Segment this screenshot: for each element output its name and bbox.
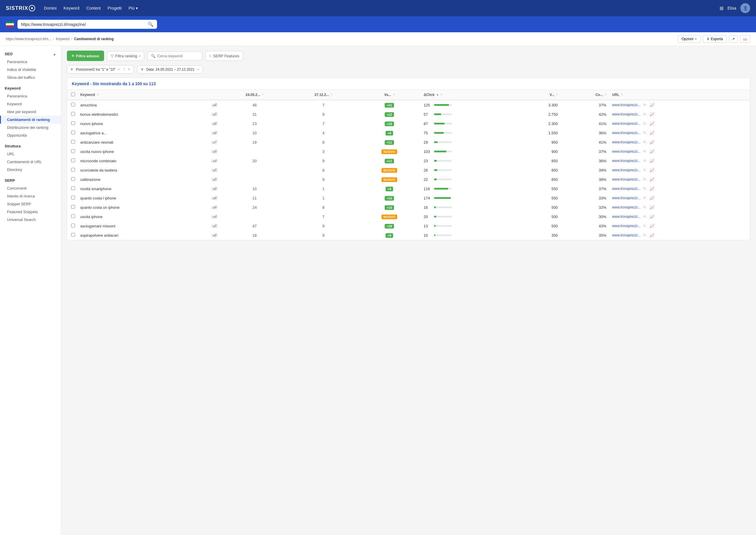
url-search-input[interactable] bbox=[21, 22, 145, 27]
row-checkbox-6[interactable] bbox=[71, 158, 75, 162]
row-url-link-14[interactable]: www.trovaprezzi... bbox=[612, 233, 640, 237]
sidebar-section-header-serp[interactable]: SERP bbox=[0, 176, 61, 184]
search-input-wrap[interactable]: 🔍 bbox=[17, 20, 157, 29]
row-url-link-3[interactable]: www.trovaprezzi... bbox=[612, 131, 640, 135]
row-checkbox-5[interactable] bbox=[71, 149, 75, 153]
sidebar-item-panoramica-kw[interactable]: Panoramica bbox=[0, 92, 61, 100]
row-url-link-6[interactable]: www.trovaprezzi... bbox=[612, 159, 640, 163]
th-click[interactable]: ΔClick ▼ ? bbox=[421, 90, 517, 100]
user-avatar[interactable]: 👤 bbox=[740, 3, 750, 13]
bookmark-button[interactable]: 📖 bbox=[740, 35, 750, 43]
sidebar-item-concorrenti[interactable]: Concorrenti bbox=[0, 184, 61, 192]
row-url-link-0[interactable]: www.trovaprezzi... bbox=[612, 103, 640, 107]
breadcrumb-link-keyword[interactable]: Keyword bbox=[56, 37, 70, 41]
th-date2[interactable]: 27.12.2... ? bbox=[289, 90, 358, 100]
row-url-link-11[interactable]: www.trovaprezzi... bbox=[612, 205, 640, 209]
row-url-link-4[interactable]: www.trovaprezzi... bbox=[612, 140, 640, 144]
row-eye-btn-6[interactable]: 👁 bbox=[642, 159, 647, 163]
row-checkbox-13[interactable] bbox=[71, 224, 75, 227]
row-eye-btn-12[interactable]: 👁 bbox=[642, 214, 647, 219]
row-checkbox-7[interactable] bbox=[71, 168, 75, 172]
th-date1[interactable]: 24.05.2... ? bbox=[220, 90, 289, 100]
ranking-filter-button[interactable]: ▽ Filtra ranking ▾ bbox=[107, 51, 144, 61]
row-eye-btn-5[interactable]: 👁 bbox=[642, 150, 647, 154]
row-url-link-1[interactable]: www.trovaprezzi... bbox=[612, 112, 640, 116]
row-url-link-2[interactable]: www.trovaprezzi... bbox=[612, 122, 640, 126]
row-eye-btn-13[interactable]: 👁 bbox=[642, 224, 647, 228]
row-checkbox-3[interactable] bbox=[71, 130, 75, 134]
row-url-link-13[interactable]: www.trovaprezzi... bbox=[612, 224, 640, 228]
th-url[interactable]: URL ? bbox=[609, 90, 750, 100]
row-url-link-5[interactable]: www.trovaprezzi... bbox=[612, 150, 640, 154]
row-eye-btn-7[interactable]: 👁 bbox=[642, 168, 647, 172]
row-url-link-10[interactable]: www.trovaprezzi... bbox=[612, 196, 640, 200]
sidebar-item-indice-visibilita[interactable]: Indice di Visibilità bbox=[0, 66, 61, 73]
row-chart-btn-1[interactable]: 📈 bbox=[649, 112, 655, 117]
row-checkbox-4[interactable] bbox=[71, 140, 75, 144]
row-chart-btn-2[interactable]: 📈 bbox=[649, 122, 655, 126]
sidebar-section-header-seo[interactable]: SEO ▲ bbox=[0, 49, 61, 58]
row-eye-btn-3[interactable]: 👁 bbox=[642, 131, 647, 135]
row-chart-btn-9[interactable]: 📈 bbox=[649, 187, 655, 191]
row-chart-btn-0[interactable]: 📈 bbox=[649, 103, 655, 107]
row-checkbox-2[interactable] bbox=[71, 121, 75, 125]
row-checkbox-11[interactable] bbox=[71, 205, 75, 209]
row-checkbox-8[interactable] bbox=[71, 177, 75, 181]
breadcrumb-link-root[interactable]: https://www.trovaprezzi.it/m... bbox=[6, 37, 51, 41]
sidebar-item-universal-search[interactable]: Universal Search bbox=[0, 216, 61, 224]
filter-close-icon-1[interactable]: ✕ bbox=[127, 67, 130, 71]
sidebar-item-panoramica-seo[interactable]: Panoramica bbox=[0, 58, 61, 66]
row-eye-btn-1[interactable]: 👁 bbox=[642, 112, 647, 117]
nav-piu[interactable]: Più ▾ bbox=[128, 6, 138, 11]
th-keyword[interactable]: Keyword ? bbox=[77, 90, 209, 100]
th-v[interactable]: V... ? bbox=[517, 90, 561, 100]
row-checkbox-12[interactable] bbox=[71, 214, 75, 218]
add-filter-button[interactable]: + Filtra adesso bbox=[67, 51, 104, 61]
row-url-link-8[interactable]: www.trovaprezzi... bbox=[612, 177, 640, 182]
select-all-checkbox[interactable] bbox=[71, 93, 75, 96]
sidebar-item-stima-traffico[interactable]: Stima del traffico bbox=[0, 73, 61, 81]
nav-keyword[interactable]: Keyword bbox=[64, 6, 79, 11]
row-chart-btn-10[interactable]: 📈 bbox=[649, 196, 655, 200]
row-eye-btn-0[interactable]: 👁 bbox=[642, 103, 647, 107]
row-checkbox-0[interactable] bbox=[71, 103, 75, 106]
row-chart-btn-11[interactable]: 📈 bbox=[649, 205, 655, 210]
row-chart-btn-14[interactable]: 📈 bbox=[649, 233, 655, 238]
sidebar-item-directory[interactable]: Directory bbox=[0, 166, 61, 174]
row-eye-btn-14[interactable]: 👁 bbox=[642, 233, 647, 238]
sidebar-item-intento-ricerca[interactable]: Intento di ricerca bbox=[0, 192, 61, 200]
filter-help-icon-1[interactable]: ? bbox=[123, 68, 125, 71]
options-button[interactable]: Opzioni ▾ bbox=[678, 35, 700, 43]
row-chart-btn-13[interactable]: 📈 bbox=[649, 224, 655, 228]
row-url-link-7[interactable]: www.trovaprezzi... bbox=[612, 168, 640, 172]
serp-features-button[interactable]: + SERP Features bbox=[205, 51, 243, 61]
row-chart-btn-12[interactable]: 📈 bbox=[649, 214, 655, 219]
row-url-link-12[interactable]: www.trovaprezzi... bbox=[612, 214, 640, 219]
sidebar-section-header-struttura[interactable]: Struttura bbox=[0, 142, 61, 150]
keyword-search-input[interactable] bbox=[157, 54, 206, 58]
row-checkbox-9[interactable] bbox=[71, 186, 75, 190]
filter-edit-icon-2[interactable]: ✏ bbox=[197, 68, 200, 71]
row-checkbox-14[interactable] bbox=[71, 233, 75, 237]
row-chart-btn-4[interactable]: 📈 bbox=[649, 140, 655, 145]
sidebar-item-cambiamenti-url[interactable]: Cambiamenti di URL bbox=[0, 158, 61, 166]
sidebar-item-cambiamenti-ranking[interactable]: Cambiamenti di ranking bbox=[0, 116, 61, 124]
row-chart-btn-8[interactable]: 📈 bbox=[649, 177, 655, 182]
sidebar-item-keyword[interactable]: Keyword bbox=[0, 100, 61, 108]
sidebar-section-header-keyword[interactable]: Keyword bbox=[0, 84, 61, 92]
logo[interactable]: SISTRIX bbox=[6, 5, 35, 11]
sidebar-item-opportunita[interactable]: Opportunità bbox=[0, 131, 61, 139]
sidebar-item-url[interactable]: URL bbox=[0, 150, 61, 158]
th-co[interactable]: Co... ? bbox=[561, 90, 609, 100]
sidebar-item-snippet-serp[interactable]: Snippet SERP bbox=[0, 200, 61, 208]
row-checkbox-10[interactable] bbox=[71, 196, 75, 199]
row-chart-btn-5[interactable]: 📈 bbox=[649, 150, 655, 154]
sidebar-item-idee-keyword[interactable]: Idee per keyword bbox=[0, 108, 61, 116]
sidebar-item-featured-snippets[interactable]: Featured Snippets bbox=[0, 208, 61, 216]
row-eye-btn-11[interactable]: 👁 bbox=[642, 205, 647, 210]
row-eye-btn-4[interactable]: 👁 bbox=[642, 140, 647, 145]
nav-progetti[interactable]: Progetti bbox=[108, 6, 122, 11]
row-url-link-9[interactable]: www.trovaprezzi... bbox=[612, 187, 640, 191]
row-eye-btn-8[interactable]: 👁 bbox=[642, 177, 647, 182]
search-submit-icon[interactable]: 🔍 bbox=[148, 21, 154, 27]
